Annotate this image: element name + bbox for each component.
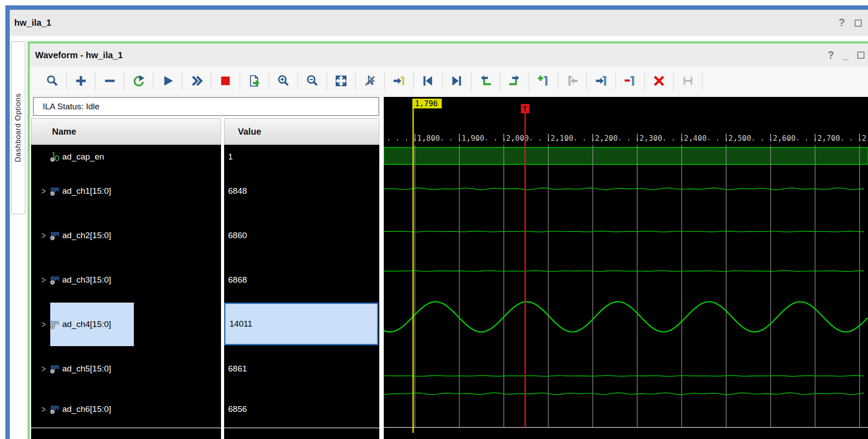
signal-row-ad_ch3[interactable]: > ad_ch3[15:0] [31, 258, 221, 302]
zoom-out-button[interactable] [298, 71, 326, 91]
ruler-tick-label: 2,800 [862, 134, 868, 143]
ruler-minor-tick [628, 139, 629, 140]
ruler-tick-label: 2,100 [551, 134, 573, 143]
ruler-tick-label: 1,800 [417, 134, 440, 143]
search-button[interactable] [38, 71, 66, 91]
add-marker-button[interactable] [529, 71, 558, 91]
expand-chevron-icon[interactable]: > [40, 275, 48, 285]
waveform-window-frame-left [28, 44, 30, 439]
expand-chevron-icon[interactable]: > [40, 404, 48, 415]
trace-ad_ch6150 [384, 393, 864, 395]
ruler-minor-tick [673, 139, 674, 140]
expand-chevron-icon[interactable]: > [40, 363, 48, 374]
run-trigger-immediate-button[interactable] [182, 71, 211, 91]
signal-name: ad_ch4[15:0] [62, 319, 111, 329]
expand-chevron-icon[interactable]: > [40, 230, 48, 241]
ruler-minor-tick [388, 139, 389, 140]
trace-ad_ch1150 [384, 188, 864, 190]
minus-icon [103, 74, 117, 88]
expand-chevron-icon[interactable]: > [40, 319, 48, 330]
no-cursor-icon [363, 74, 377, 88]
signal-row-ad_ch5[interactable]: > ad_ch5[15:0] [31, 347, 221, 391]
bus-signal-icon [49, 363, 61, 374]
trigger-marker-label: T [523, 105, 527, 113]
ruler-minor-tick [397, 139, 398, 140]
fast-forward-icon [190, 74, 203, 88]
ruler-minor-tick [708, 139, 709, 140]
go-to-start-button[interactable] [414, 71, 442, 91]
pointer-mode-off-button[interactable] [356, 71, 384, 91]
signal-row-ad_ch1[interactable]: > ad_ch1[15:0] [31, 169, 221, 213]
ruler-minor-tick [584, 139, 585, 140]
plus-icon [74, 74, 88, 88]
ruler-minor-tick [806, 139, 807, 140]
ruler-minor-tick [442, 139, 442, 140]
maximize-icon[interactable] [857, 52, 864, 59]
delete-button[interactable] [645, 71, 673, 91]
ruler-minor-tick [717, 139, 718, 140]
zoom-in-button[interactable] [269, 71, 297, 91]
trace-ad_ch2150 [384, 231, 864, 232]
go-to-end-button[interactable] [442, 71, 471, 91]
zoom-out-icon [305, 74, 319, 88]
run-trigger-button[interactable] [153, 71, 182, 91]
trigger-marker-line [525, 113, 526, 427]
previous-marker-icon-disabled [566, 74, 579, 88]
name-column-header[interactable]: Name [31, 118, 221, 145]
go-to-marker-button[interactable] [587, 71, 615, 91]
go-to-start-icon [421, 74, 434, 88]
value-cell-ad_ch2[interactable]: 6860 [224, 213, 379, 258]
window-frame-top [5, 5, 868, 10]
add-button[interactable] [67, 71, 95, 91]
waveform-panel[interactable]: 1,8001,9002,0002,1002,2002,3002,4002,500… [384, 97, 868, 439]
expand-chevron-icon[interactable]: > [40, 186, 48, 196]
ruler-minor-tick [753, 139, 754, 140]
next-transition-button[interactable] [500, 71, 529, 91]
ruler-tick-label: 2,700 [817, 134, 840, 143]
delete-x-icon [652, 74, 666, 88]
ruler-minor-tick [664, 139, 665, 140]
previous-transition-button[interactable] [471, 71, 500, 91]
value-cell-ad_ch4[interactable]: 14011 [224, 303, 378, 345]
help-icon[interactable]: ? [839, 18, 845, 28]
minimize-icon[interactable]: _ [843, 50, 848, 60]
signal-row-ad_ch6[interactable]: > ad_ch6[15:0] [31, 391, 221, 427]
ila-status-label: ILA Status: [43, 102, 84, 112]
signal-row-ad_ch4[interactable]: > ad_ch4[15:0] [31, 302, 221, 347]
remove-button[interactable] [96, 71, 124, 91]
ruler-minor-tick [530, 139, 531, 140]
value-cell-ad_ch1[interactable]: 6848 [224, 169, 379, 213]
maximize-icon[interactable] [855, 20, 862, 27]
value-cell-ad_ch6[interactable]: 6856 [224, 391, 379, 427]
bus-signal-icon [49, 275, 61, 285]
go-to-trigger-button[interactable] [385, 71, 413, 91]
ruler-minor-tick [842, 139, 843, 140]
outer-titlebar[interactable]: hw_ila_1 ? [10, 10, 868, 36]
previous-marker-button[interactable] [558, 71, 587, 91]
stop-trigger-button[interactable] [211, 71, 240, 91]
value-cell-ad_ch3[interactable]: 6868 [224, 258, 379, 302]
search-icon [45, 74, 59, 88]
ruler-tick-label: 2,300 [639, 134, 662, 143]
signal-row-ad_ch2[interactable]: > ad_ch2[15:0] [31, 213, 221, 258]
auto-re-trigger-button[interactable] [125, 71, 153, 91]
stop-icon [219, 74, 232, 88]
ruler-minor-tick [406, 139, 407, 140]
bus-signal-icon [49, 404, 61, 415]
value-cell-ad_ch5[interactable]: 6861 [224, 347, 379, 391]
trace-ad_cap_en-high-band [384, 148, 868, 164]
value-column-header[interactable]: Value [224, 118, 379, 145]
waveform-titlebar[interactable]: Waveform - hw_ila_1 ? _ [30, 44, 868, 67]
value-cell-ad_cap_en[interactable]: 1 [224, 145, 379, 169]
go-to-end-icon [450, 74, 463, 88]
remove-marker-button[interactable] [616, 71, 644, 91]
zoom-fit-button[interactable] [327, 71, 355, 91]
export-ila-data-button[interactable] [240, 71, 269, 91]
signal-row-ad_cap_en[interactable]: ad_cap_en [31, 145, 221, 169]
help-icon[interactable]: ? [828, 50, 834, 60]
dashboard-options-tab[interactable]: Dashboard Options [11, 41, 25, 214]
measure-markers-button[interactable] [674, 71, 702, 91]
ruler-minor-tick [575, 139, 576, 140]
cursor-label: 1,796 [415, 99, 438, 108]
signal-name: ad_ch2[15:0] [62, 231, 111, 240]
